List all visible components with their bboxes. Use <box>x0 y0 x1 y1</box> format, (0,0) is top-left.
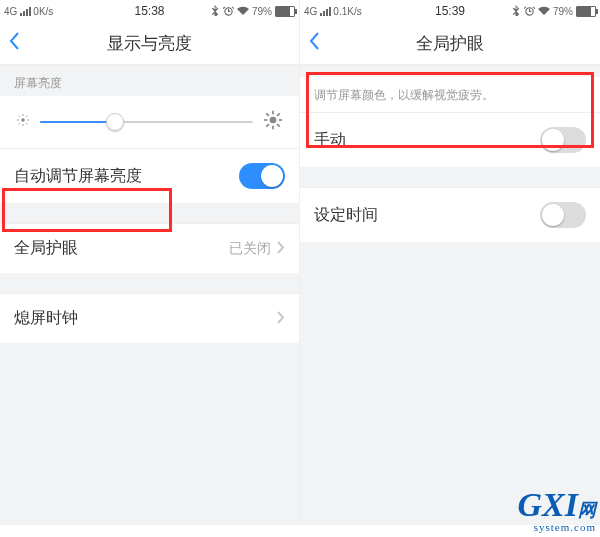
svg-line-16 <box>277 124 280 127</box>
bluetooth-icon <box>211 5 220 18</box>
hint-text: 调节屏幕颜色，以缓解视觉疲劳。 <box>300 77 600 113</box>
watermark: GXI网 system.com <box>518 488 596 533</box>
wifi-icon <box>237 6 249 17</box>
svg-line-6 <box>19 116 20 117</box>
screen-clock-row[interactable]: 熄屏时钟 <box>0 293 299 343</box>
signal-icon <box>20 7 31 16</box>
svg-line-17 <box>266 124 269 127</box>
network-type: 4G <box>4 6 17 17</box>
brightness-slider[interactable] <box>40 121 253 123</box>
svg-line-15 <box>266 113 269 116</box>
svg-line-9 <box>26 116 27 117</box>
battery-pct: 79% <box>553 6 573 17</box>
battery-pct: 79% <box>252 6 272 17</box>
brightness-low-icon <box>16 113 30 131</box>
screen-clock-label: 熄屏时钟 <box>14 308 277 329</box>
svg-line-7 <box>26 123 27 124</box>
nav-bar: 显示与亮度 <box>0 22 299 65</box>
clock: 15:38 <box>134 4 164 18</box>
back-button[interactable] <box>8 31 20 55</box>
svg-point-10 <box>270 117 277 124</box>
network-type: 4G <box>304 6 317 17</box>
eye-care-label: 全局护眼 <box>14 238 229 259</box>
schedule-toggle[interactable] <box>540 202 586 228</box>
manual-row[interactable]: 手动 <box>300 113 600 167</box>
back-button[interactable] <box>308 31 320 55</box>
auto-brightness-label: 自动调节屏幕亮度 <box>14 166 239 187</box>
nav-bar: 全局护眼 <box>300 22 600 65</box>
auto-brightness-toggle[interactable] <box>239 163 285 189</box>
svg-point-1 <box>21 118 25 122</box>
eye-care-row[interactable]: 全局护眼 已关闭 <box>0 223 299 273</box>
alarm-icon <box>524 5 535 18</box>
brightness-high-icon <box>263 110 283 134</box>
schedule-label: 设定时间 <box>314 205 540 226</box>
eye-care-value: 已关闭 <box>229 240 271 258</box>
page-title: 全局护眼 <box>416 32 484 55</box>
data-speed: 0K/s <box>33 6 53 17</box>
battery-icon <box>576 6 596 17</box>
manual-label: 手动 <box>314 130 540 151</box>
auto-brightness-row[interactable]: 自动调节屏幕亮度 <box>0 148 299 203</box>
clock: 15:39 <box>435 4 465 18</box>
page-title: 显示与亮度 <box>107 32 192 55</box>
wifi-icon <box>538 6 550 17</box>
manual-toggle[interactable] <box>540 127 586 153</box>
battery-icon <box>275 6 295 17</box>
chevron-right-icon <box>277 310 285 328</box>
chevron-right-icon <box>277 240 285 258</box>
phone-display-brightness: 4G 0K/s 15:38 79% <box>0 0 300 525</box>
brightness-slider-row <box>0 96 299 148</box>
svg-line-8 <box>19 123 20 124</box>
status-bar: 4G 0K/s 15:38 79% <box>0 0 299 22</box>
data-speed: 0.1K/s <box>333 6 361 17</box>
slider-thumb[interactable] <box>106 113 124 131</box>
alarm-icon <box>223 5 234 18</box>
schedule-row[interactable]: 设定时间 <box>300 187 600 242</box>
brightness-section-label: 屏幕亮度 <box>0 65 299 96</box>
signal-icon <box>320 7 331 16</box>
status-bar: 4G 0.1K/s 15:39 79% <box>300 0 600 22</box>
phone-eye-care: 4G 0.1K/s 15:39 79% <box>300 0 600 525</box>
bluetooth-icon <box>512 5 521 18</box>
svg-line-18 <box>277 113 280 116</box>
